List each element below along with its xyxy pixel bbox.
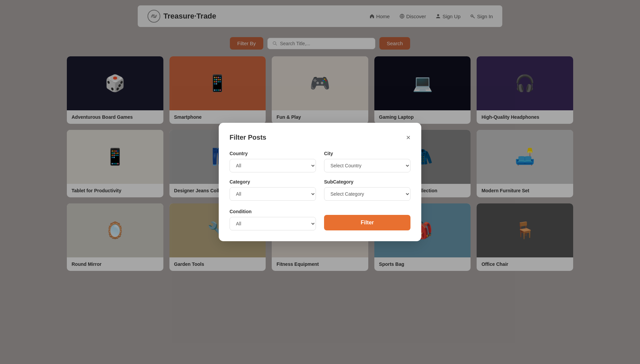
condition-label: Condition [230, 209, 316, 214]
modal-header: Filter Posts × [230, 134, 410, 141]
filter-modal: Filter Posts × Country All City Select C… [219, 123, 421, 241]
condition-select[interactable]: All [230, 217, 316, 230]
condition-field: Condition All [230, 209, 316, 230]
modal-close-button[interactable]: × [406, 134, 410, 141]
category-field: Category All [230, 179, 316, 201]
country-select[interactable]: All [230, 159, 316, 172]
subcategory-label: SubCategory [324, 179, 410, 185]
country-field: Country All [230, 151, 316, 172]
category-select[interactable]: All [230, 187, 316, 201]
country-label: Country [230, 151, 316, 156]
modal-title: Filter Posts [230, 134, 266, 141]
city-field: City Select Country [324, 151, 410, 172]
category-label: Category [230, 179, 316, 185]
filter-fields-grid: Country All City Select Country Category… [230, 151, 410, 201]
city-select[interactable]: Select Country [324, 159, 410, 172]
modal-overlay[interactable]: Filter Posts × Country All City Select C… [0, 0, 640, 364]
filter-bottom-row: Condition All Filter [230, 209, 410, 230]
city-label: City [324, 151, 410, 156]
subcategory-select[interactable]: Select Category [324, 187, 410, 201]
apply-filter-button[interactable]: Filter [324, 215, 410, 230]
subcategory-field: SubCategory Select Category [324, 179, 410, 201]
